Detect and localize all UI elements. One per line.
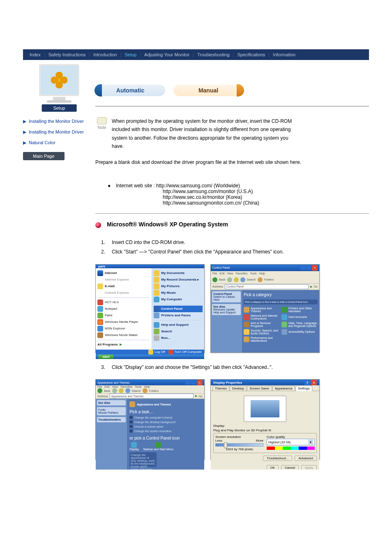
task-screensaver[interactable]: Choose a screen saver xyxy=(129,425,202,428)
cat-printers[interactable]: Printers and Other Hardware xyxy=(281,307,318,313)
step-num: 3. xyxy=(101,363,112,372)
nav-specs[interactable]: Specifications xyxy=(235,52,267,57)
folders-icon[interactable] xyxy=(143,388,148,393)
computer-icon xyxy=(154,297,159,302)
power-icon xyxy=(168,350,173,355)
back-icon[interactable] xyxy=(212,277,217,282)
step-num: 2. xyxy=(101,247,112,257)
step-2: Click "Start" —> "Control Panel" then cl… xyxy=(112,247,369,257)
cat-addremove[interactable]: Add or Remove Programs xyxy=(244,322,280,327)
folder-icon xyxy=(154,283,159,289)
dp-tabs: Themes Desktop Screen Saver Appearance S… xyxy=(211,385,319,391)
arrow-icon: ▶ xyxy=(23,119,26,124)
advanced-button[interactable]: Advanced xyxy=(295,456,317,461)
prepare-text: Prepare a blank disk and download the dr… xyxy=(95,158,369,166)
close-icon[interactable]: × xyxy=(197,380,203,385)
cat-network[interactable]: Network and Internet Connections xyxy=(244,314,280,320)
up-icon[interactable] xyxy=(234,277,239,282)
note-line: included with this monitor. Driver insta… xyxy=(112,125,292,134)
search-icon[interactable] xyxy=(240,277,245,282)
sm-user: park xyxy=(98,265,105,268)
color-quality-select[interactable]: Highest (32 bit) ▾ xyxy=(267,439,315,445)
setup-monitor-graphic: Setup xyxy=(23,60,95,113)
tab-automatic[interactable]: Automatic xyxy=(95,85,165,96)
url-korea[interactable]: http://www.sec.co.kr/monitor (Korea) xyxy=(163,194,369,200)
cat-appearance[interactable]: Appearance and Themes xyxy=(244,307,280,313)
cancel-button[interactable]: Cancel xyxy=(281,465,299,470)
note-line: When prompted by the operating system fo… xyxy=(112,117,292,125)
url-usa[interactable]: http://www.samsung.com/monitor (U.S.A) xyxy=(163,189,369,194)
folders-icon[interactable] xyxy=(258,277,263,282)
or-pick-title: or pick a Control Panel icon xyxy=(129,436,202,440)
troubleshoot-button[interactable]: Troubleshoot... xyxy=(263,456,292,461)
cat-users[interactable]: User Accounts xyxy=(281,314,318,320)
nav-safety[interactable]: Safety Instructions xyxy=(46,52,88,57)
cp-hint: Pick a category to find a task or click … xyxy=(244,299,318,304)
pick-category: Pick a category xyxy=(244,292,318,297)
nav-info[interactable]: Information xyxy=(270,52,298,57)
forward-icon[interactable] xyxy=(112,388,117,393)
folder-icon xyxy=(154,270,159,276)
arrow-right-icon: ▶ xyxy=(120,343,122,346)
dp-display-value: Plug and Play Monitor on 3D Prophet III xyxy=(213,428,317,432)
cat-access[interactable]: Accessibility Options xyxy=(281,329,318,335)
logoff-button[interactable]: Log Off xyxy=(148,350,165,355)
close-icon[interactable]: × xyxy=(312,265,318,271)
cat-sound[interactable]: Sounds, Speech, and Audio Devices xyxy=(244,329,280,335)
address-field[interactable]: Appearance and Themes xyxy=(110,394,194,398)
start-button[interactable]: start xyxy=(98,355,113,359)
resolution-slider[interactable] xyxy=(215,443,263,447)
nav-index[interactable]: Index xyxy=(27,52,43,57)
minimize-icon[interactable] xyxy=(300,265,305,270)
close-icon[interactable]: × xyxy=(311,380,317,385)
cat-date[interactable]: Date, Time, Language, and Regional Optio… xyxy=(281,322,318,327)
dp-title: Display Properties xyxy=(213,381,242,385)
tab-themes[interactable]: Themes xyxy=(212,386,229,391)
sidebar-item-driver-1[interactable]: Installing the Monitor Driver xyxy=(29,119,84,124)
tab-manual[interactable]: Manual xyxy=(173,85,243,96)
sidebar-item-driver-2[interactable]: Installing the Monitor Driver xyxy=(29,129,84,134)
note-line: system to another. Follow the directions… xyxy=(112,134,292,142)
cpicon-display[interactable]: Display xyxy=(129,442,139,451)
up-icon[interactable] xyxy=(119,388,124,393)
nav-trouble[interactable]: Troubleshooting xyxy=(195,52,232,57)
cp-title: Control Panel xyxy=(212,266,230,269)
forward-icon[interactable] xyxy=(227,277,232,282)
tab-settings[interactable]: Settings xyxy=(295,386,312,391)
maximize-icon[interactable] xyxy=(191,380,196,385)
msn-icon xyxy=(97,326,103,332)
tab-appearance[interactable]: Appearance xyxy=(272,386,295,391)
printers-icon xyxy=(154,313,159,318)
search-icon[interactable] xyxy=(125,388,130,393)
res-value: 1024 by 768 pixels xyxy=(215,447,263,451)
logoff-icon xyxy=(148,350,153,355)
minimize-icon[interactable] xyxy=(185,380,190,385)
cat-perf[interactable]: Performance and Maintenance xyxy=(244,336,280,342)
nav-intro[interactable]: Introduction xyxy=(91,52,119,57)
url-china[interactable]: http://www.samsungmonitor.com.cn/ (China… xyxy=(163,200,369,206)
help-icon xyxy=(154,322,159,328)
switch-classic-link[interactable]: Switch to Classic View xyxy=(213,295,235,301)
apply-button[interactable]: Apply xyxy=(301,465,317,470)
task-background[interactable]: Change the desktop background xyxy=(129,420,202,424)
tab-screensaver[interactable]: Screen Saver xyxy=(247,386,272,391)
help-icon[interactable]: ? xyxy=(304,380,310,385)
main-page-button[interactable]: Main Page xyxy=(23,152,65,160)
nav-adjusting[interactable]: Adjusting Your Monitor xyxy=(142,52,192,57)
back-icon[interactable] xyxy=(97,388,102,393)
dropdown-arrow-icon: ▾ xyxy=(308,440,313,444)
address-field[interactable]: Control Panel xyxy=(225,284,309,289)
task-theme[interactable]: Change the computer's theme xyxy=(129,416,202,419)
cpicon-taskbar[interactable]: Taskbar and Start Menu xyxy=(143,442,173,451)
tab-desktop[interactable]: Desktop xyxy=(230,386,247,391)
sidebar-item-natural-color[interactable]: Natural Color xyxy=(29,140,55,145)
nav-setup[interactable]: Setup xyxy=(122,52,139,57)
maximize-icon[interactable] xyxy=(306,265,311,270)
flower-icon xyxy=(51,72,67,88)
task-resolution[interactable]: Change the screen resolution xyxy=(129,429,202,433)
color-group-label: Color quality xyxy=(267,435,315,439)
screenshot-appearance-themes: Appearance and Themes × FileEditView Fav… xyxy=(95,379,205,460)
ok-button[interactable]: OK xyxy=(267,465,279,470)
note-icon: Note xyxy=(95,117,108,130)
turnoff-button[interactable]: Turn Off Computer xyxy=(168,350,202,355)
